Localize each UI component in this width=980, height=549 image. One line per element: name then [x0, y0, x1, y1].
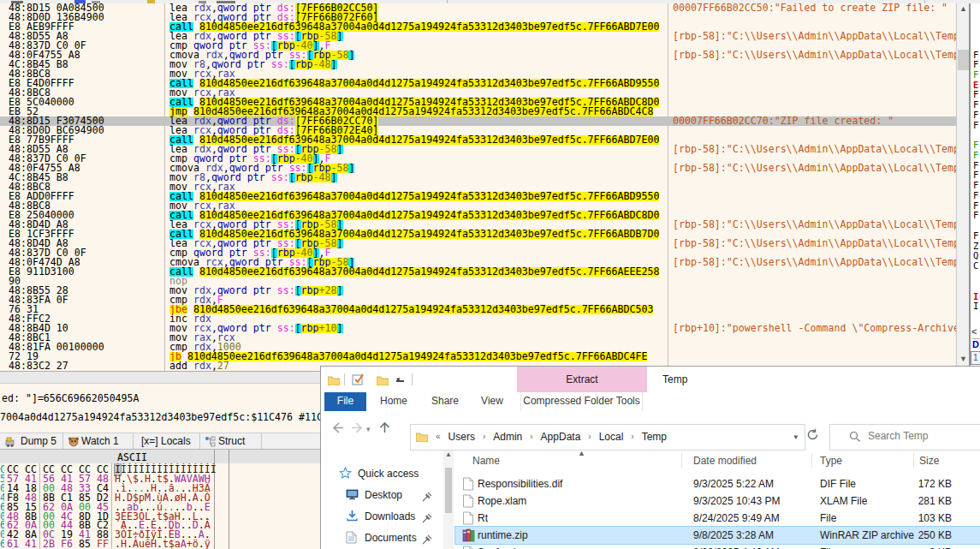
- disasm-row[interactable]: 72 19jb 810d4850ee216df639648a37004a0d4d…: [0, 352, 956, 361]
- disasm-row[interactable]: 48:8B4D 10mov rcx,qword ptr ss:[rbp+10][…: [0, 324, 956, 333]
- tab-dump-5[interactable]: Dump 5: [0, 433, 63, 449]
- sidebar-item-documents[interactable]: Documents: [321, 529, 443, 548]
- nav-scrollbar-thumb[interactable]: [445, 468, 452, 513]
- disasm-bytes: 48:83FA 0F: [9, 295, 163, 305]
- disasm-row[interactable]: E8 911D3100call 810d4850ee216df639648a37…: [0, 267, 956, 277]
- sidebar-item-desktop[interactable]: Desktop: [321, 486, 443, 505]
- breadcrumb-chevron-icon[interactable]: ›: [483, 432, 485, 441]
- disasm-row[interactable]: 48:8D55 A8lea rdx,qword ptr ss:[rbp-58][…: [0, 32, 956, 41]
- disasm-row[interactable]: E8 AEB9FFFFcall 810d4850ee216df639648a37…: [0, 22, 956, 32]
- breadcrumb-item[interactable]: Local: [599, 431, 624, 443]
- forward-icon[interactable]: [350, 421, 365, 438]
- disasm-row[interactable]: 48:8D15 F3074500lea rdx,qword ptr ds:[7F…: [0, 116, 956, 126]
- disassembly-view[interactable]: 48:8D15 0A084500lea rdx,qword ptr ds:[7F…: [0, 3, 956, 371]
- dump-view[interactable]: CCCCCCCCCCCCCÌÌÌÌÌÌÌÌÌÌÌÌÌÌÌÌÌ5574156415…: [0, 463, 324, 549]
- disasm-row[interactable]: 48:8D0D 136B4900lea rcx,qword ptr ds:[7F…: [0, 13, 956, 22]
- disasm-row[interactable]: 4C:8B45 B8mov r8,qword ptr ss:[rbp-48]: [0, 60, 956, 69]
- disasm-row[interactable]: E8 1CF3FFFFcall 810d4850ee216df639648a37…: [0, 230, 956, 239]
- column-header-name[interactable]: Name: [472, 455, 500, 467]
- column-separator[interactable]: [681, 453, 682, 468]
- disassembly-scrollbar[interactable]: ▲ ▼: [956, 3, 970, 366]
- scroll-up-icon[interactable]: ▲: [959, 4, 968, 14]
- column-separator[interactable]: [811, 453, 812, 468]
- arguments-spinner[interactable]: 1: [971, 351, 980, 365]
- disasm-row[interactable]: E8 ADD0FFFFcall 810d4850ee216df639648a37…: [0, 192, 956, 201]
- disasm-row[interactable]: 76 31jbe 810d4850ee216df639648a37004a0d4…: [0, 305, 956, 314]
- disasm-row[interactable]: E8 25040000call 810d4850ee216df639648a37…: [0, 211, 956, 220]
- breadcrumb-item[interactable]: Admin: [493, 431, 522, 443]
- disasm-row[interactable]: 48:0F4755 A8cmova rdx,qword ptr ss:[rbp-…: [0, 51, 956, 60]
- file-row[interactable]: Responsibilities.dif9/3/2025 5:22 AMDIF …: [455, 475, 980, 492]
- qat-dropdown-icon[interactable]: ▾: [396, 375, 401, 384]
- tab--x-locals[interactable]: [x=] Locals: [133, 433, 200, 449]
- address-bar[interactable]: « Users›Admin›AppData›Local›Temp ▾: [410, 424, 805, 451]
- breadcrumb-overflow-icon[interactable]: «: [436, 432, 441, 441]
- tab-compressed-folder-tools[interactable]: Compressed Folder Tools: [520, 392, 643, 411]
- dump-row[interactable]: 661412BF685FF.H.ÀuêH.t$aA+ö.ÿ: [0, 540, 324, 549]
- sidebar-item-downloads[interactable]: Downloads: [321, 508, 443, 527]
- file-row[interactable]: Rope.xlam9/3/2025 10:43 PMXLAM File281 K…: [455, 492, 980, 510]
- disasm-row[interactable]: 48:8BC8mov rcx,rax: [0, 69, 956, 79]
- disasm-row[interactable]: 48:8D15 0A084500lea rdx,qword ptr ds:[7F…: [0, 3, 956, 13]
- column-header-size[interactable]: Size: [919, 455, 939, 467]
- disasm-row[interactable]: 48:8BC8mov rcx,rax: [0, 201, 956, 211]
- disasm-row[interactable]: 48:83FA 0Fcmp rdx,F: [0, 295, 956, 305]
- column-header-type[interactable]: Type: [820, 455, 842, 467]
- search-box[interactable]: Search Temp: [829, 424, 980, 451]
- disasm-row[interactable]: 48:8BC8mov rcx,rax: [0, 88, 956, 98]
- disasm-row[interactable]: E8 E4D0FFFFcall 810d4850ee216df639648a37…: [0, 79, 956, 88]
- search-input[interactable]: Search Temp: [868, 430, 928, 442]
- scrollbar-thumb[interactable]: [958, 50, 969, 70]
- asm-token: [193, 267, 199, 277]
- disasm-row[interactable]: 48:0F4755 A8cmova rdx,qword ptr ss:[rbp-…: [0, 164, 956, 173]
- breadcrumb-item[interactable]: Users: [448, 431, 475, 443]
- tab-struct[interactable]: Struct: [199, 433, 262, 449]
- recent-locations-icon[interactable]: ▾: [366, 425, 371, 433]
- disasm-row[interactable]: 90nop: [0, 277, 956, 286]
- disasm-row[interactable]: 48:8D55 A8lea rdx,qword ptr ss:[rbp-58][…: [0, 145, 956, 154]
- folder-icon[interactable]: [328, 373, 340, 389]
- tab-file[interactable]: File: [324, 392, 366, 411]
- disasm-row[interactable]: 48:837D C0 0Fcmp qword ptr ss:[rbp-40],F: [0, 248, 956, 258]
- disasm-row[interactable]: 48:FFC2inc rdx: [0, 314, 956, 324]
- disasm-row[interactable]: EB 52jmp 810d4850ee216df639648a37004a0d4…: [0, 107, 956, 116]
- disasm-row[interactable]: 48:837D C0 0Fcmp qword ptr ss:[rbp-40],F: [0, 41, 956, 51]
- tab-view[interactable]: View: [473, 392, 511, 411]
- breadcrumb-chevron-icon[interactable]: ›: [631, 432, 633, 441]
- file-row[interactable]: runtime.zip9/8/2025 3:28 AMWinRAR ZIP ar…: [454, 526, 980, 545]
- disasm-row[interactable]: 48:8D4D A8lea rcx,qword ptr ss:[rbp-58][…: [0, 239, 956, 248]
- tab-share[interactable]: Share: [425, 392, 465, 411]
- disasm-row[interactable]: 48:0F474D A8cmova rcx,qword ptr ss:[rbp-…: [0, 258, 956, 267]
- disasm-row[interactable]: 48:8D4D A8lea rcx,qword ptr ss:[rbp-58][…: [0, 220, 956, 230]
- properties-check-icon[interactable]: [352, 373, 365, 389]
- tab-watch-1[interactable]: Watch 1: [62, 433, 134, 449]
- breadcrumb-chevron-icon[interactable]: ›: [530, 432, 532, 441]
- breadcrumb-item[interactable]: Temp: [642, 431, 667, 443]
- disasm-row[interactable]: 4C:8B45 B8mov r8,qword ptr ss:[rbp-48]: [0, 173, 956, 182]
- disasm-row[interactable]: E8 77B9FFFFcall 810d4850ee216df639648a37…: [0, 135, 956, 145]
- new-folder-icon[interactable]: [377, 373, 389, 389]
- disasm-row[interactable]: 48:8BC1mov rax,rcx: [0, 333, 956, 343]
- tab-home[interactable]: Home: [374, 392, 413, 411]
- sidebar-item-quick-access[interactable]: Quick access: [321, 465, 443, 484]
- address-dropdown-icon[interactable]: ▾: [793, 433, 798, 441]
- nav-pane-scrollbar[interactable]: ▲: [443, 451, 454, 549]
- disasm-row[interactable]: 48:8B55 28mov rdx,qword ptr ss:[rbp+28]: [0, 286, 956, 295]
- file-row[interactable]: Rt8/24/2025 9:49 AMFile103 KB: [455, 510, 980, 527]
- file-row[interactable]: Seafood8/28/2025 4:40 AMFile3 KB: [455, 544, 980, 549]
- up-icon[interactable]: [377, 421, 392, 438]
- breadcrumb-chevron-icon[interactable]: ›: [588, 432, 591, 441]
- nav-scroll-up-icon[interactable]: ▲: [445, 451, 452, 458]
- refresh-icon[interactable]: [806, 428, 821, 443]
- disasm-row[interactable]: 48:8D0D BC694900lea rcx,qword ptr ds:[7F…: [0, 126, 956, 135]
- disasm-row[interactable]: 48:837D C0 0Fcmp qword ptr ss:[rbp-40],F: [0, 154, 956, 164]
- disasm-row[interactable]: 48:8BC8mov rcx,rax: [0, 182, 956, 192]
- breadcrumb-item[interactable]: AppData: [541, 431, 581, 443]
- column-separator[interactable]: [913, 453, 914, 468]
- column-header-date[interactable]: Date modified: [693, 455, 757, 467]
- back-icon[interactable]: [330, 421, 345, 438]
- disasm-row[interactable]: E8 5C040000call 810d4850ee216df639648a37…: [0, 98, 956, 107]
- scroll-down-icon[interactable]: ▼: [959, 355, 968, 364]
- disasm-row[interactable]: 48:81FA 00100000cmp rdx,1000: [0, 343, 956, 352]
- registers-collapse-icon[interactable]: <: [971, 326, 977, 337]
